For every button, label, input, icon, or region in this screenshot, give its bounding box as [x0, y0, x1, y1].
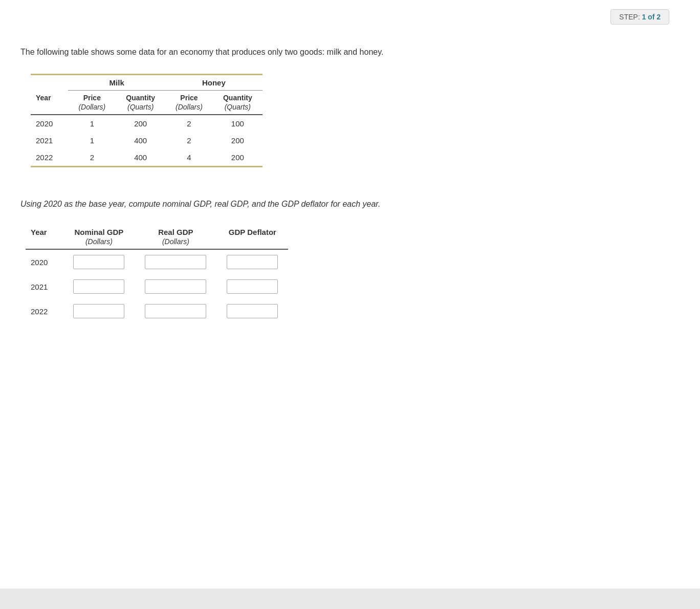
- intro-text: The following table shows some data for …: [20, 46, 680, 58]
- gdp-deflator-cell: [216, 249, 288, 274]
- nominal-gdp-cell: [63, 299, 135, 323]
- honey-price-unit: (Dollars): [165, 102, 213, 115]
- nominal-gdp-input[interactable]: [73, 304, 124, 318]
- answer-year-subheader: Year: [26, 226, 63, 237]
- nominal-gdp-cell: [63, 249, 135, 274]
- milk-qty-unit: (Quarts): [116, 102, 165, 115]
- gdp-deflator-subheader: GDP Deflator: [216, 226, 288, 237]
- answer-table-body: 202020212022: [26, 249, 288, 323]
- real-gdp-input[interactable]: [145, 304, 206, 318]
- milk-group-header: Milk: [68, 75, 165, 91]
- answer-unit-row: (Dollars) (Dollars): [26, 237, 288, 249]
- year-subheader: Year: [31, 91, 68, 102]
- honey-price-subheader: Price: [165, 91, 213, 102]
- real-gdp-cell: [135, 274, 216, 299]
- page-container: STEP: 1 of 2 The following table shows s…: [0, 0, 700, 589]
- data-honey-price-cell: 4: [165, 149, 213, 167]
- real-gdp-cell: [135, 299, 216, 323]
- honey-qty-subheader: Quantity: [213, 91, 262, 102]
- data-milk-qty-cell: 400: [116, 132, 165, 149]
- real-gdp-subheader: Real GDP: [135, 226, 216, 237]
- data-milk-price-cell: 1: [68, 115, 116, 132]
- answer-year-cell: 2020: [26, 249, 63, 274]
- year-unit: [31, 102, 68, 115]
- instruction-text: Using 2020 as the base year, compute nom…: [20, 198, 680, 210]
- step-badge: STEP: 1 of 2: [610, 9, 669, 25]
- nominal-gdp-cell: [63, 274, 135, 299]
- nominal-gdp-input[interactable]: [73, 279, 124, 294]
- data-honey-price-cell: 2: [165, 132, 213, 149]
- data-table-container: Milk Honey Year Price Quantity Price Qua…: [31, 74, 680, 167]
- group-header-row: Milk Honey: [31, 75, 262, 91]
- gdp-deflator-unit: [216, 237, 288, 249]
- data-year-cell: 2022: [31, 149, 68, 167]
- milk-price-subheader: Price: [68, 91, 116, 102]
- sub-header-row: Year Price Quantity Price Quantity: [31, 91, 262, 102]
- real-gdp-input[interactable]: [145, 279, 206, 294]
- real-gdp-unit: (Dollars): [135, 237, 216, 249]
- answer-year-cell: 2022: [26, 299, 63, 323]
- data-milk-price-cell: 1: [68, 132, 116, 149]
- table-row: 202224004200: [31, 149, 262, 167]
- honey-group-header: Honey: [165, 75, 262, 91]
- data-milk-qty-cell: 400: [116, 149, 165, 167]
- gdp-deflator-input[interactable]: [227, 304, 278, 318]
- gdp-deflator-cell: [216, 299, 288, 323]
- data-table-body: 202012002100202114002200202224004200: [31, 115, 262, 167]
- answer-table-container: Year Nominal GDP Real GDP GDP Deflator (…: [26, 226, 680, 323]
- answer-year-unit: [26, 237, 63, 249]
- answer-year-cell: 2021: [26, 274, 63, 299]
- nominal-gdp-unit: (Dollars): [63, 237, 135, 249]
- footer-bar: [0, 589, 700, 609]
- answer-table: Year Nominal GDP Real GDP GDP Deflator (…: [26, 226, 288, 323]
- table-row: 202012002100: [31, 115, 262, 132]
- data-honey-qty-cell: 200: [213, 132, 262, 149]
- step-label: STEP:: [619, 13, 640, 21]
- milk-price-unit: (Dollars): [68, 102, 116, 115]
- table-row: 202114002200: [31, 132, 262, 149]
- answer-table-row: 2021: [26, 274, 288, 299]
- data-honey-qty-cell: 200: [213, 149, 262, 167]
- step-value: 1 of 2: [642, 13, 661, 21]
- data-table: Milk Honey Year Price Quantity Price Qua…: [31, 74, 262, 167]
- gdp-deflator-cell: [216, 274, 288, 299]
- gdp-deflator-input[interactable]: [227, 255, 278, 269]
- data-honey-price-cell: 2: [165, 115, 213, 132]
- year-group-empty: [31, 75, 68, 91]
- real-gdp-cell: [135, 249, 216, 274]
- honey-qty-unit: (Quarts): [213, 102, 262, 115]
- data-milk-qty-cell: 200: [116, 115, 165, 132]
- data-year-cell: 2020: [31, 115, 68, 132]
- data-honey-qty-cell: 100: [213, 115, 262, 132]
- nominal-gdp-subheader: Nominal GDP: [63, 226, 135, 237]
- answer-sub-header-row: Year Nominal GDP Real GDP GDP Deflator: [26, 226, 288, 237]
- nominal-gdp-input[interactable]: [73, 255, 124, 269]
- milk-qty-subheader: Quantity: [116, 91, 165, 102]
- real-gdp-input[interactable]: [145, 255, 206, 269]
- data-milk-price-cell: 2: [68, 149, 116, 167]
- data-year-cell: 2021: [31, 132, 68, 149]
- answer-table-row: 2022: [26, 299, 288, 323]
- answer-table-row: 2020: [26, 249, 288, 274]
- gdp-deflator-input[interactable]: [227, 279, 278, 294]
- unit-header-row: (Dollars) (Quarts) (Dollars) (Quarts): [31, 102, 262, 115]
